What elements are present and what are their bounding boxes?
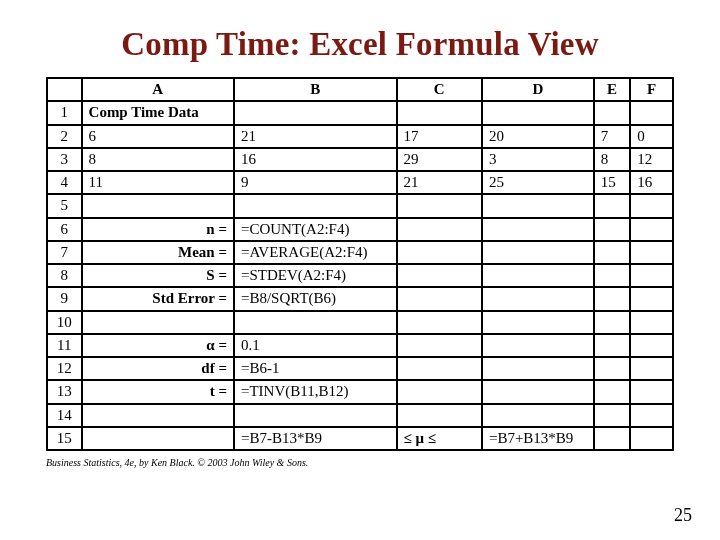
table-row: 5 <box>47 194 673 217</box>
row-num: 7 <box>47 241 82 264</box>
cell-a15 <box>82 427 234 450</box>
cell-d8 <box>482 264 594 287</box>
cell-c2: 17 <box>397 125 482 148</box>
cell-e7 <box>594 241 631 264</box>
cell-f2: 0 <box>630 125 673 148</box>
cell-f1 <box>630 101 673 124</box>
cell-c13 <box>397 380 482 403</box>
cell-e13 <box>594 380 631 403</box>
cell-a9: Std Error = <box>82 287 234 310</box>
cell-c14 <box>397 404 482 427</box>
cell-b10 <box>234 311 397 334</box>
table-row: 14 <box>47 404 673 427</box>
cell-d9 <box>482 287 594 310</box>
header-col-a: A <box>82 78 234 101</box>
cell-d5 <box>482 194 594 217</box>
cell-b4: 9 <box>234 171 397 194</box>
cell-f5 <box>630 194 673 217</box>
row-num: 14 <box>47 404 82 427</box>
cell-c6 <box>397 218 482 241</box>
cell-a13: t = <box>82 380 234 403</box>
cell-f9 <box>630 287 673 310</box>
cell-d3: 3 <box>482 148 594 171</box>
cell-c11 <box>397 334 482 357</box>
table-row: 2 6 21 17 20 7 0 <box>47 125 673 148</box>
cell-b6: =COUNT(A2:F4) <box>234 218 397 241</box>
cell-f12 <box>630 357 673 380</box>
excel-table: A B C D E F 1 Comp Time Data 2 6 21 <box>46 77 674 451</box>
cell-c5 <box>397 194 482 217</box>
table-row: 12 df = =B6-1 <box>47 357 673 380</box>
row-num: 8 <box>47 264 82 287</box>
table-row: 8 S = =STDEV(A2:F4) <box>47 264 673 287</box>
cell-a4: 11 <box>82 171 234 194</box>
cell-a11: α = <box>82 334 234 357</box>
cell-b12: =B6-1 <box>234 357 397 380</box>
cell-c15: ≤ μ ≤ <box>397 427 482 450</box>
slide-title: Comp Time: Excel Formula View <box>46 26 674 63</box>
cell-f15 <box>630 427 673 450</box>
cell-c1 <box>397 101 482 124</box>
table-header-row: A B C D E F <box>47 78 673 101</box>
row-num: 2 <box>47 125 82 148</box>
header-col-b: B <box>234 78 397 101</box>
cell-a3: 8 <box>82 148 234 171</box>
cell-a14 <box>82 404 234 427</box>
cell-e9 <box>594 287 631 310</box>
header-col-c: C <box>397 78 482 101</box>
cell-c3: 29 <box>397 148 482 171</box>
cell-a2: 6 <box>82 125 234 148</box>
row-num: 4 <box>47 171 82 194</box>
cell-d7 <box>482 241 594 264</box>
footnote: Business Statistics, 4e, by Ken Black. ©… <box>46 457 674 468</box>
cell-d4: 25 <box>482 171 594 194</box>
row-num: 9 <box>47 287 82 310</box>
row-num: 1 <box>47 101 82 124</box>
cell-e6 <box>594 218 631 241</box>
cell-e15 <box>594 427 631 450</box>
header-col-e: E <box>594 78 631 101</box>
cell-b9: =B8/SQRT(B6) <box>234 287 397 310</box>
cell-d6 <box>482 218 594 241</box>
cell-c8 <box>397 264 482 287</box>
row-num: 10 <box>47 311 82 334</box>
cell-c4: 21 <box>397 171 482 194</box>
cell-d15: =B7+B13*B9 <box>482 427 594 450</box>
cell-f11 <box>630 334 673 357</box>
cell-a1: Comp Time Data <box>82 101 234 124</box>
cell-f6 <box>630 218 673 241</box>
table-row: 11 α = 0.1 <box>47 334 673 357</box>
cell-d13 <box>482 380 594 403</box>
cell-f10 <box>630 311 673 334</box>
cell-b2: 21 <box>234 125 397 148</box>
table-row: 9 Std Error = =B8/SQRT(B6) <box>47 287 673 310</box>
cell-f4: 16 <box>630 171 673 194</box>
cell-b14 <box>234 404 397 427</box>
row-num: 3 <box>47 148 82 171</box>
row-num: 12 <box>47 357 82 380</box>
cell-b15: =B7-B13*B9 <box>234 427 397 450</box>
cell-e11 <box>594 334 631 357</box>
cell-f14 <box>630 404 673 427</box>
cell-b8: =STDEV(A2:F4) <box>234 264 397 287</box>
table-row: 1 Comp Time Data <box>47 101 673 124</box>
cell-a7: Mean = <box>82 241 234 264</box>
table-row: 4 11 9 21 25 15 16 <box>47 171 673 194</box>
cell-e10 <box>594 311 631 334</box>
cell-a10 <box>82 311 234 334</box>
cell-e12 <box>594 357 631 380</box>
cell-d11 <box>482 334 594 357</box>
cell-b3: 16 <box>234 148 397 171</box>
cell-f3: 12 <box>630 148 673 171</box>
cell-e2: 7 <box>594 125 631 148</box>
cell-e3: 8 <box>594 148 631 171</box>
cell-e1 <box>594 101 631 124</box>
cell-f8 <box>630 264 673 287</box>
cell-c9 <box>397 287 482 310</box>
cell-b1 <box>234 101 397 124</box>
cell-d14 <box>482 404 594 427</box>
row-num: 6 <box>47 218 82 241</box>
cell-c12 <box>397 357 482 380</box>
cell-c7 <box>397 241 482 264</box>
cell-b13: =TINV(B11,B12) <box>234 380 397 403</box>
